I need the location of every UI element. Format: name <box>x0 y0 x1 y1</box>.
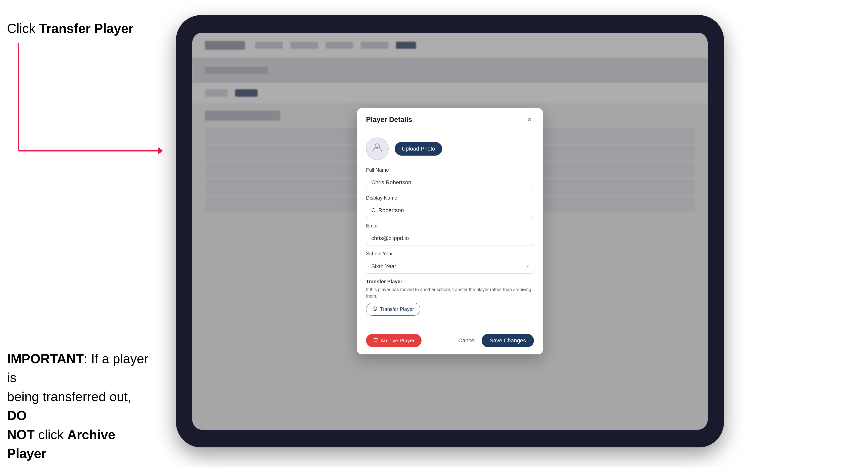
save-changes-button[interactable]: Save Changes <box>482 334 534 347</box>
avatar <box>366 137 389 160</box>
person-icon <box>372 142 383 156</box>
instruction-bold: Transfer Player <box>39 21 133 36</box>
email-input[interactable] <box>366 231 534 246</box>
modal-body: Upload Photo Full Name Display Name <box>357 130 543 329</box>
archive-player-btn-label: Archive Player <box>380 338 414 344</box>
instruction-top: Click Transfer Player <box>7 20 133 37</box>
full-name-label: Full Name <box>366 167 534 173</box>
transfer-icon <box>372 306 377 312</box>
transfer-player-description: If this player has moved to another scho… <box>366 286 534 299</box>
tablet-screen: Player Details × <box>192 33 708 430</box>
display-name-input[interactable] <box>366 203 534 218</box>
transfer-player-section: Transfer Player If this player has moved… <box>366 279 534 315</box>
instruction-bottom: IMPORTANT: If a player isbeing transferr… <box>7 349 153 463</box>
email-label: Email <box>366 223 534 229</box>
modal-header: Player Details × <box>357 108 543 130</box>
footer-right-actions: Cancel Save Changes <box>458 334 534 347</box>
cancel-button[interactable]: Cancel <box>458 337 475 344</box>
modal-title: Player Details <box>366 116 412 124</box>
archive-icon <box>373 337 378 344</box>
archive-player-button[interactable]: Archive Player <box>366 334 422 347</box>
full-name-input[interactable] <box>366 175 534 190</box>
instruction-prefix: Click <box>7 21 39 36</box>
transfer-player-button[interactable]: Transfer Player <box>366 303 420 316</box>
transfer-player-label: Transfer Player <box>366 279 534 284</box>
school-year-select[interactable]: First Year Second Year Third Year Fourth… <box>366 259 534 274</box>
upload-photo-button[interactable]: Upload Photo <box>395 142 442 156</box>
svg-marker-2 <box>158 147 163 155</box>
email-group: Email <box>366 223 534 246</box>
tablet-frame: Player Details × <box>176 15 724 447</box>
school-year-group: School Year First Year Second Year Third… <box>366 251 534 274</box>
important-label: IMPORTANT <box>7 351 84 366</box>
full-name-group: Full Name <box>366 167 534 190</box>
modal-footer: Archive Player Cancel Save Changes <box>357 329 543 354</box>
close-button[interactable]: × <box>525 115 534 124</box>
player-details-modal: Player Details × <box>357 108 543 354</box>
display-name-label: Display Name <box>366 195 534 201</box>
transfer-player-btn-label: Transfer Player <box>380 306 414 312</box>
school-year-label: School Year <box>366 251 534 257</box>
modal-overlay: Player Details × <box>192 33 708 430</box>
annotation-arrow <box>7 43 168 168</box>
avatar-section: Upload Photo <box>366 137 534 160</box>
display-name-group: Display Name <box>366 195 534 218</box>
